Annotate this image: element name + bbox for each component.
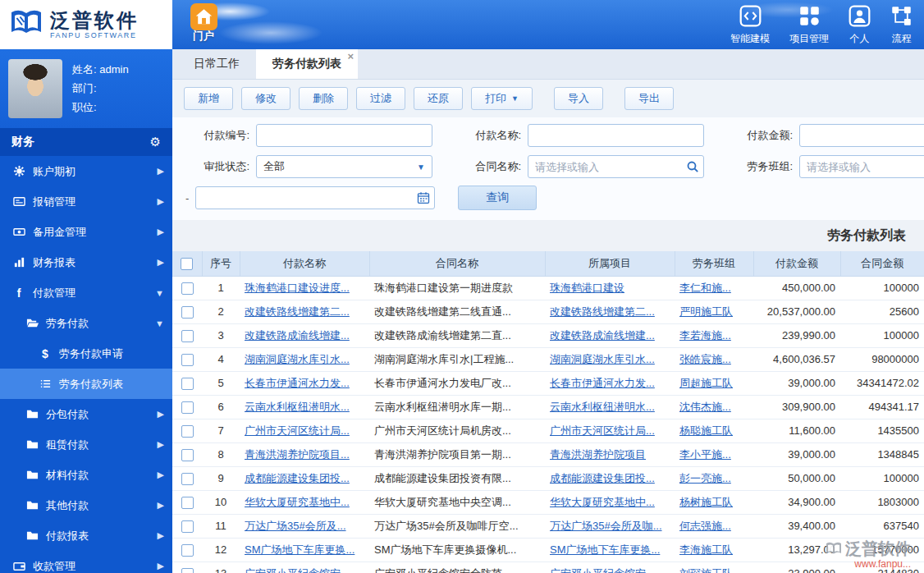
sidebar-item-petty-cash[interactable]: 备用金管理▶	[0, 217, 172, 247]
sidebar-item-lease-payment[interactable]: 租赁付款▶	[0, 429, 172, 460]
letter-f-icon: f	[11, 286, 26, 300]
row-checkbox[interactable]	[181, 401, 194, 414]
delete-button[interactable]: 删除	[299, 87, 348, 110]
project-link[interactable]: 广安邓小平纪念馆安...	[550, 567, 655, 573]
sidebar-item-labor-payment-list[interactable]: 劳务付款列表	[0, 369, 172, 399]
project-link[interactable]: 珠海鹤港口建设	[550, 282, 624, 294]
project-link[interactable]: SM广场地下车库更换...	[550, 543, 660, 556]
labor-team-link[interactable]: 沈伟杰施...	[679, 401, 731, 413]
select-all-checkbox[interactable]	[181, 258, 193, 270]
payment-name-link[interactable]: 改建铁路线增建第二...	[245, 305, 350, 318]
portal-tab[interactable]: 门户	[180, 3, 227, 44]
sidebar-item-subcontract-payment[interactable]: 分包付款▶	[0, 399, 172, 429]
payment-name-link[interactable]: 青海洪湖养护院项目...	[245, 448, 350, 461]
contract-name-input[interactable]	[528, 155, 704, 178]
labor-team-link[interactable]: 何志强施...	[679, 520, 731, 532]
project-link[interactable]: 改建铁路成渝线增建...	[550, 329, 655, 342]
labor-team-link[interactable]: 李海施工队	[679, 543, 733, 556]
row-checkbox[interactable]	[181, 378, 194, 390]
nav-project-management[interactable]: 项目管理	[789, 5, 829, 46]
nav-personal[interactable]: 个人	[849, 5, 871, 46]
payment-name-link[interactable]: 万达广场35#会所及...	[245, 520, 346, 532]
payment-name-link[interactable]: 改建铁路成渝线增建...	[245, 329, 350, 342]
new-button[interactable]: 新增	[184, 87, 233, 110]
sidebar-item-payment-report[interactable]: 付款报表▶	[0, 520, 172, 551]
labor-team-link[interactable]: 李若海施...	[679, 329, 731, 342]
export-button[interactable]: 导出	[624, 87, 674, 110]
project-link[interactable]: 湖南洞庭湖水库引水...	[550, 353, 655, 365]
payment-name-link[interactable]: 广州市天河区统计局...	[245, 424, 350, 437]
sidebar-item-account-initial[interactable]: 账户期初▶	[0, 156, 172, 186]
labor-team-link[interactable]: 彭一亮施...	[679, 472, 731, 484]
sidebar-section-finance[interactable]: 财务 ⚙	[0, 128, 172, 156]
person-icon	[849, 5, 871, 30]
row-checkbox[interactable]	[181, 282, 194, 295]
date-input[interactable]	[195, 186, 435, 209]
search-icon[interactable]	[686, 160, 699, 173]
row-checkbox[interactable]	[181, 354, 194, 366]
sidebar-item-expense-management[interactable]: 报销管理▶	[0, 186, 172, 217]
sidebar-item-material-payment[interactable]: 材料付款▶	[0, 460, 172, 490]
query-button[interactable]: 查询	[458, 186, 537, 210]
sidebar-item-payment-management[interactable]: f付款管理▼	[0, 277, 172, 308]
row-checkbox[interactable]	[181, 520, 194, 533]
approval-status-select[interactable]: 全部 ▼	[256, 155, 432, 178]
project-link[interactable]: 华软大厦研究基地中...	[550, 496, 655, 508]
payment-name-link[interactable]: 珠海鹤港口建设进度...	[245, 282, 350, 294]
payment-name-input[interactable]	[528, 124, 704, 147]
row-checkbox[interactable]	[181, 473, 194, 485]
row-checkbox[interactable]	[181, 449, 194, 461]
sidebar-item-receipt-management[interactable]: 收款管理▶	[0, 551, 172, 573]
labor-team-link[interactable]: 刘琛施工队	[679, 567, 733, 573]
labor-team-link[interactable]: 杨聪施工队	[679, 424, 733, 437]
labor-team-link[interactable]: 李小平施...	[679, 448, 731, 461]
sidebar-item-label: 材料付款	[46, 468, 158, 483]
project-link[interactable]: 广州市天河区统计局...	[550, 424, 655, 437]
project-link[interactable]: 长春市伊通河水力发...	[550, 377, 655, 389]
labor-team-input[interactable]	[799, 155, 924, 178]
project-link[interactable]: 改建铁路线增建第二...	[550, 305, 655, 318]
nav-workflow[interactable]: 流程	[890, 5, 913, 46]
row-checkbox[interactable]	[181, 306, 194, 319]
contract-amount-value: 15770000	[840, 538, 924, 562]
payment-name-link[interactable]: 湖南洞庭湖水库引水...	[245, 353, 350, 365]
row-checkbox[interactable]	[181, 568, 194, 573]
payment-no-input[interactable]	[256, 124, 432, 147]
labor-team-link[interactable]: 周超施工队	[679, 377, 733, 389]
filter-button[interactable]: 过滤	[356, 87, 405, 110]
payment-name-link[interactable]: 华软大厦研究基地中...	[245, 496, 350, 508]
payment-name-link[interactable]: 长春市伊通河水力发...	[245, 377, 350, 389]
project-link[interactable]: 云南水利枢纽潜明水...	[550, 401, 655, 413]
payment-name-link[interactable]: 广安邓小平纪念馆安...	[245, 567, 350, 573]
tab-labor-payment-list[interactable]: 劳务付款列表 ×	[256, 49, 358, 79]
gear-icon[interactable]: ⚙	[150, 135, 161, 149]
folder-icon	[25, 438, 39, 452]
close-icon[interactable]: ×	[347, 51, 354, 62]
labor-team-link[interactable]: 杨树施工队	[679, 496, 733, 508]
row-checkbox[interactable]	[181, 425, 194, 438]
row-checkbox[interactable]	[181, 330, 194, 342]
labor-team-link[interactable]: 李仁和施...	[679, 282, 731, 294]
labor-team-link[interactable]: 张皓宸施...	[679, 353, 731, 365]
project-link[interactable]: 成都能源建设集团投...	[550, 472, 655, 484]
project-link[interactable]: 青海洪湖养护院项目	[550, 448, 646, 461]
tab-daily-work[interactable]: 日常工作	[177, 49, 256, 79]
labor-team-link[interactable]: 严明施工队	[679, 305, 733, 318]
sidebar-item-financial-reports[interactable]: 财务报表▶	[0, 247, 172, 277]
restore-button[interactable]: 还原	[414, 87, 463, 110]
payment-name-link[interactable]: SM广场地下车库更换...	[245, 543, 355, 556]
payment-name-link[interactable]: 成都能源建设集团投...	[245, 472, 350, 484]
modify-button[interactable]: 修改	[241, 87, 290, 110]
sidebar-item-labor-payment-apply[interactable]: $劳务付款申请	[0, 338, 172, 369]
row-checkbox[interactable]	[181, 544, 194, 557]
payment-amount-input[interactable]	[799, 124, 924, 147]
sidebar-item-labor-payment[interactable]: 劳务付款▼	[0, 308, 172, 338]
nav-smart-modeling[interactable]: 智能建模	[730, 5, 770, 46]
calendar-icon[interactable]	[417, 191, 430, 204]
import-button[interactable]: 导入	[554, 87, 603, 110]
sidebar-item-other-payment[interactable]: 其他付款▶	[0, 490, 172, 520]
row-checkbox[interactable]	[181, 497, 194, 509]
project-link[interactable]: 万达广场35#会所及咖...	[550, 520, 662, 532]
print-button[interactable]: 打印▼	[471, 87, 533, 110]
payment-name-link[interactable]: 云南水利枢纽潜明水...	[245, 401, 350, 413]
